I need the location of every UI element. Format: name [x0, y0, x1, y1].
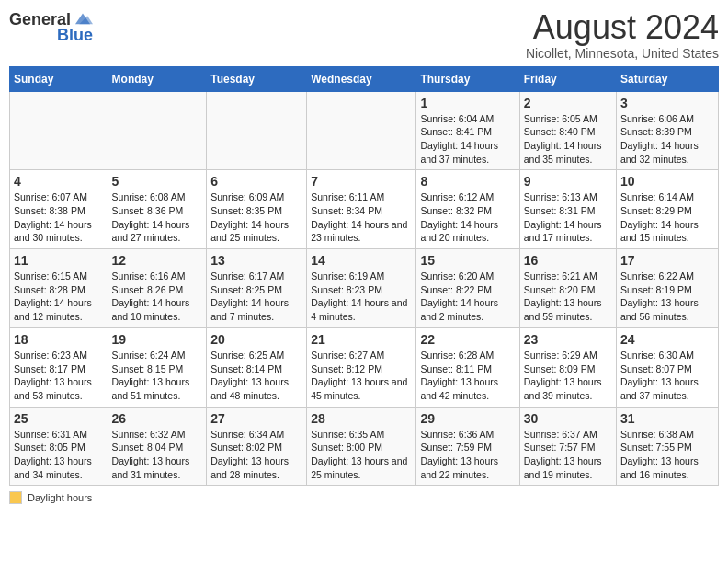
day-number: 7	[311, 174, 412, 189]
day-number: 22	[420, 332, 515, 347]
day-info: Sunrise: 6:36 AM Sunset: 7:59 PM Dayligh…	[420, 428, 515, 482]
legend-color-box	[9, 491, 22, 504]
day-number: 30	[524, 411, 612, 426]
day-info: Sunrise: 6:30 AM Sunset: 8:07 PM Dayligh…	[620, 349, 714, 403]
calendar-cell	[307, 91, 416, 170]
calendar-cell: 14Sunrise: 6:19 AM Sunset: 8:23 PM Dayli…	[307, 249, 416, 328]
day-info: Sunrise: 6:19 AM Sunset: 8:23 PM Dayligh…	[311, 270, 412, 324]
logo: General Blue	[9, 9, 93, 45]
calendar-cell: 2Sunrise: 6:05 AM Sunset: 8:40 PM Daylig…	[519, 91, 616, 170]
day-number: 23	[524, 332, 612, 347]
title-area: August 2024 Nicollet, Minnesota, United …	[526, 9, 719, 61]
calendar-cell: 11Sunrise: 6:15 AM Sunset: 8:28 PM Dayli…	[10, 249, 108, 328]
day-number: 17	[620, 253, 714, 268]
day-info: Sunrise: 6:27 AM Sunset: 8:12 PM Dayligh…	[311, 349, 412, 403]
calendar-week-5: 25Sunrise: 6:31 AM Sunset: 8:05 PM Dayli…	[10, 407, 719, 486]
page-title: August 2024	[526, 9, 719, 46]
day-number: 13	[210, 253, 302, 268]
day-number: 19	[112, 332, 203, 347]
calendar-cell	[108, 91, 207, 170]
day-number: 27	[210, 411, 302, 426]
day-number: 4	[14, 174, 104, 189]
day-number: 8	[420, 174, 515, 189]
calendar-cell: 6Sunrise: 6:09 AM Sunset: 8:35 PM Daylig…	[207, 170, 307, 249]
logo-blue-text: Blue	[57, 26, 93, 45]
day-info: Sunrise: 6:28 AM Sunset: 8:11 PM Dayligh…	[420, 349, 515, 403]
day-number: 18	[14, 332, 104, 347]
day-number: 20	[210, 332, 302, 347]
day-number: 2	[524, 96, 612, 110]
calendar-cell: 8Sunrise: 6:12 AM Sunset: 8:32 PM Daylig…	[416, 170, 519, 249]
day-info: Sunrise: 6:06 AM Sunset: 8:39 PM Dayligh…	[620, 112, 714, 167]
day-info: Sunrise: 6:09 AM Sunset: 8:35 PM Dayligh…	[210, 190, 302, 245]
calendar-cell: 23Sunrise: 6:29 AM Sunset: 8:09 PM Dayli…	[519, 327, 616, 407]
day-number: 12	[112, 253, 203, 268]
day-info: Sunrise: 6:16 AM Sunset: 8:26 PM Dayligh…	[112, 270, 203, 324]
calendar-cell: 28Sunrise: 6:35 AM Sunset: 8:00 PM Dayli…	[307, 407, 416, 486]
legend-area: Daylight hours	[9, 491, 719, 504]
day-info: Sunrise: 6:32 AM Sunset: 8:04 PM Dayligh…	[112, 428, 203, 482]
day-info: Sunrise: 6:04 AM Sunset: 8:41 PM Dayligh…	[420, 112, 515, 167]
day-number: 15	[420, 253, 515, 268]
day-number: 24	[620, 332, 714, 347]
day-info: Sunrise: 6:35 AM Sunset: 8:00 PM Dayligh…	[311, 428, 412, 482]
calendar-cell: 26Sunrise: 6:32 AM Sunset: 8:04 PM Dayli…	[108, 407, 207, 486]
day-number: 10	[620, 174, 714, 189]
calendar-cell: 17Sunrise: 6:22 AM Sunset: 8:19 PM Dayli…	[617, 249, 719, 328]
calendar-cell: 13Sunrise: 6:17 AM Sunset: 8:25 PM Dayli…	[207, 249, 307, 328]
day-info: Sunrise: 6:15 AM Sunset: 8:28 PM Dayligh…	[14, 270, 104, 324]
day-number: 21	[311, 332, 412, 347]
day-number: 16	[524, 253, 612, 268]
calendar-cell: 31Sunrise: 6:38 AM Sunset: 7:55 PM Dayli…	[617, 407, 719, 486]
day-number: 28	[311, 411, 412, 426]
header-saturday: Saturday	[617, 66, 719, 91]
calendar-cell: 4Sunrise: 6:07 AM Sunset: 8:38 PM Daylig…	[10, 170, 108, 249]
calendar-cell: 7Sunrise: 6:11 AM Sunset: 8:34 PM Daylig…	[307, 170, 416, 249]
header-row: SundayMondayTuesdayWednesdayThursdayFrid…	[10, 66, 719, 91]
calendar-cell	[207, 91, 307, 170]
calendar-week-3: 11Sunrise: 6:15 AM Sunset: 8:28 PM Dayli…	[10, 249, 719, 328]
header: General Blue August 2024 Nicollet, Minne…	[9, 9, 719, 61]
day-number: 31	[620, 411, 714, 426]
calendar-cell: 19Sunrise: 6:24 AM Sunset: 8:15 PM Dayli…	[108, 327, 207, 407]
day-info: Sunrise: 6:24 AM Sunset: 8:15 PM Dayligh…	[112, 349, 203, 403]
header-tuesday: Tuesday	[207, 66, 307, 91]
day-number: 5	[112, 174, 203, 189]
day-info: Sunrise: 6:21 AM Sunset: 8:20 PM Dayligh…	[524, 270, 612, 324]
day-info: Sunrise: 6:23 AM Sunset: 8:17 PM Dayligh…	[14, 349, 104, 403]
day-info: Sunrise: 6:12 AM Sunset: 8:32 PM Dayligh…	[420, 190, 515, 245]
calendar-cell: 16Sunrise: 6:21 AM Sunset: 8:20 PM Dayli…	[519, 249, 616, 328]
calendar-table: SundayMondayTuesdayWednesdayThursdayFrid…	[9, 66, 719, 487]
calendar-cell: 15Sunrise: 6:20 AM Sunset: 8:22 PM Dayli…	[416, 249, 519, 328]
header-friday: Friday	[519, 66, 616, 91]
calendar-cell: 20Sunrise: 6:25 AM Sunset: 8:14 PM Dayli…	[207, 327, 307, 407]
calendar-cell: 30Sunrise: 6:37 AM Sunset: 7:57 PM Dayli…	[519, 407, 616, 486]
header-thursday: Thursday	[416, 66, 519, 91]
day-number: 14	[311, 253, 412, 268]
day-number: 1	[420, 96, 515, 110]
day-number: 9	[524, 174, 612, 189]
day-info: Sunrise: 6:29 AM Sunset: 8:09 PM Dayligh…	[524, 349, 612, 403]
day-number: 26	[112, 411, 203, 426]
day-number: 11	[14, 253, 104, 268]
day-info: Sunrise: 6:31 AM Sunset: 8:05 PM Dayligh…	[14, 428, 104, 482]
day-info: Sunrise: 6:34 AM Sunset: 8:02 PM Dayligh…	[210, 428, 302, 482]
day-info: Sunrise: 6:08 AM Sunset: 8:36 PM Dayligh…	[112, 190, 203, 245]
page-subtitle: Nicollet, Minnesota, United States	[526, 46, 719, 61]
calendar-week-1: 1Sunrise: 6:04 AM Sunset: 8:41 PM Daylig…	[10, 91, 719, 170]
day-info: Sunrise: 6:05 AM Sunset: 8:40 PM Dayligh…	[524, 112, 612, 167]
day-info: Sunrise: 6:22 AM Sunset: 8:19 PM Dayligh…	[620, 270, 714, 324]
day-info: Sunrise: 6:13 AM Sunset: 8:31 PM Dayligh…	[524, 190, 612, 245]
day-info: Sunrise: 6:14 AM Sunset: 8:29 PM Dayligh…	[620, 190, 714, 245]
calendar-cell: 10Sunrise: 6:14 AM Sunset: 8:29 PM Dayli…	[617, 170, 719, 249]
calendar-cell: 22Sunrise: 6:28 AM Sunset: 8:11 PM Dayli…	[416, 327, 519, 407]
calendar-cell: 27Sunrise: 6:34 AM Sunset: 8:02 PM Dayli…	[207, 407, 307, 486]
calendar-cell: 18Sunrise: 6:23 AM Sunset: 8:17 PM Dayli…	[10, 327, 108, 407]
calendar-cell	[10, 91, 108, 170]
day-number: 25	[14, 411, 104, 426]
calendar-cell: 12Sunrise: 6:16 AM Sunset: 8:26 PM Dayli…	[108, 249, 207, 328]
day-info: Sunrise: 6:38 AM Sunset: 7:55 PM Dayligh…	[620, 428, 714, 482]
calendar-cell: 9Sunrise: 6:13 AM Sunset: 8:31 PM Daylig…	[519, 170, 616, 249]
calendar-cell: 3Sunrise: 6:06 AM Sunset: 8:39 PM Daylig…	[617, 91, 719, 170]
calendar-cell: 5Sunrise: 6:08 AM Sunset: 8:36 PM Daylig…	[108, 170, 207, 249]
